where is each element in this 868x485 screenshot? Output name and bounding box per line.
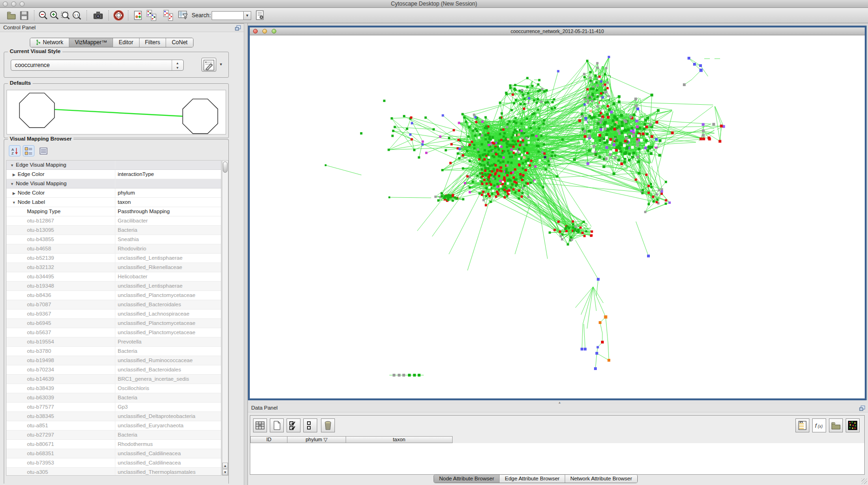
expand-tree-button[interactable] [23, 145, 34, 156]
vmb-row[interactable]: Mapping TypePassthrough Mapping [7, 207, 221, 216]
tab-edge-attribute-browser[interactable]: Edge Attribute Browser [499, 475, 565, 483]
vmb-row-value: unclassified_Planctomycetaceae [115, 319, 221, 328]
visual-style-select[interactable]: cooccurrence [11, 60, 184, 71]
table-mode-button[interactable] [795, 418, 809, 432]
snapshot-button[interactable] [91, 9, 105, 21]
vmb-scrollbar-thumb[interactable] [223, 162, 227, 173]
float-panel-icon[interactable] [235, 25, 241, 31]
vmb-row[interactable]: ▼Node Labeltaxon [7, 198, 221, 207]
save-session-button[interactable] [18, 9, 30, 21]
expand-icon[interactable]: ▶ [10, 189, 18, 197]
visual-style-spinner[interactable]: ▲▼ [172, 60, 183, 70]
vmb-row[interactable]: otu-b3780Bacteria [7, 347, 221, 356]
vmb-row-value: unclassified_Thermoplasmatales [115, 468, 221, 476]
tab-vizmapper[interactable]: VizMapper™ [69, 38, 113, 47]
zoom-selected-region-button[interactable] [60, 9, 72, 21]
column-header-id[interactable]: ID [250, 436, 287, 443]
vmb-row-value: unclassified_Planctomycetaceae [115, 291, 221, 300]
zoom-out-button[interactable] [37, 9, 49, 21]
vmb-row[interactable]: otu-b19348unclassified_Lentisphaerae [7, 282, 221, 291]
vmb-row[interactable]: otu-b77577Gp3 [7, 403, 221, 412]
vmb-row[interactable]: otu-b6945unclassified_Planctomycetaceae [7, 319, 221, 328]
zoom-actual-size-button[interactable]: 1:1 [71, 9, 83, 21]
network-canvas[interactable] [250, 35, 865, 398]
vmb-row[interactable]: otu-b5637unclassified_Planctomycetaceae [7, 328, 221, 337]
scroll-up-button[interactable]: ▲ [222, 463, 228, 469]
function-builder-button[interactable]: f(x) [812, 418, 826, 432]
float-panel-icon[interactable] [859, 405, 865, 411]
vmb-row[interactable]: ▼Node Visual Mapping [7, 179, 221, 189]
vmb-row[interactable]: otu-b19554Prevotella [7, 337, 221, 347]
vmb-row[interactable]: otu-b7087unclassified_Bacteroidales [7, 300, 221, 310]
vmb-row[interactable]: otu-b14639BRC1_genera_incertae_sedis [7, 375, 221, 384]
attribute-table-button[interactable] [253, 418, 267, 432]
vmb-row[interactable]: otu-b19498unclassified_Ruminococcaceae [7, 356, 221, 365]
filter-button[interactable] [177, 9, 189, 21]
style-options-icon [203, 59, 215, 71]
vmb-row[interactable]: ▼Edge Visual Mapping [7, 161, 221, 170]
search-dropdown-arrow[interactable]: ▼ [243, 11, 251, 20]
vmb-row[interactable]: otu-b32132unclassified_Rikenellaceae [7, 263, 221, 272]
vmb-row[interactable]: otu-b73953unclassified_Caldilineacea [7, 458, 221, 468]
vmb-row[interactable]: otu-b68351unclassified_Caldilineacea [7, 449, 221, 458]
tab-network-attribute-browser[interactable]: Network Attribute Browser [565, 475, 637, 483]
sort-az-button[interactable]: AZ [9, 145, 20, 156]
vmb-row[interactable]: otu-b9367unclassified_Lachnospiraceae [7, 310, 221, 319]
tab-conet[interactable]: CoNet [166, 38, 193, 47]
visual-style-options-button[interactable] [201, 58, 216, 72]
vmb-row[interactable]: otu-b38345unclassified_Deltaproteobacter… [7, 412, 221, 421]
network-window-titlebar[interactable]: cooccurrence_network_2012-05-21-11-410 [250, 27, 865, 35]
vmb-row-label: otu-b19498 [27, 357, 54, 363]
collapse-icon[interactable]: ▼ [8, 180, 16, 188]
unselect-attributes-button[interactable] [303, 418, 317, 432]
scroll-down-button[interactable]: ▼ [222, 469, 228, 475]
vmb-row[interactable]: otu-b63039Bacteria [7, 393, 221, 403]
collapse-icon[interactable]: ▼ [8, 161, 16, 169]
tab-editor[interactable]: Editor [113, 38, 139, 47]
vmb-row[interactable]: otu-b34495Helicobacter [7, 272, 221, 282]
select-attributes-button[interactable] [287, 418, 300, 432]
tab-node-attribute-browser[interactable]: Node Attribute Browser [434, 475, 499, 483]
delete-attribute-button[interactable] [321, 418, 335, 432]
column-header-taxon[interactable]: taxon [346, 436, 453, 443]
vmb-row[interactable]: otu-b8436unclassified_Planctomycetaceae [7, 291, 221, 300]
vmb-row[interactable]: otu-a851unclassified_Euryarchaeota [7, 421, 221, 431]
tab-network[interactable]: Network [30, 38, 69, 47]
zoom-in-button[interactable] [48, 9, 60, 21]
list-view-button[interactable] [38, 145, 49, 156]
vmb-scrollbar[interactable]: ▲ ▼ [222, 160, 228, 476]
search-input[interactable] [212, 11, 243, 20]
vmb-row[interactable]: otu-b38439Oscillochloris [7, 384, 221, 393]
vmb-row[interactable]: otu-b80671Rhodothermus [7, 440, 221, 449]
vmb-row[interactable]: otu-b70234unclassified_Bacteroidales [7, 365, 221, 375]
vmb-row[interactable]: otu-a305unclassified_Thermoplasmatales [7, 468, 221, 476]
expand-icon[interactable]: ▶ [10, 170, 18, 179]
style-options-arrow[interactable]: ▼ [219, 62, 223, 67]
tab-filters[interactable]: Filters [139, 38, 166, 47]
help-button[interactable] [113, 9, 125, 21]
vmb-row[interactable]: otu-b43855Sneathia [7, 235, 221, 244]
window-resize-grip[interactable] [861, 478, 867, 484]
heatmap-button[interactable] [846, 418, 860, 432]
vmb-row[interactable]: otu-b52139unclassified_Lentisphaerae [7, 254, 221, 263]
destroy-network-view-button[interactable] [161, 9, 175, 21]
vmb-row[interactable]: ▶Edge ColorinteractionType [7, 170, 221, 179]
collapse-icon[interactable]: ▼ [10, 198, 18, 207]
open-file-button[interactable] [6, 9, 18, 21]
defaults-preview[interactable] [7, 90, 226, 135]
vmb-row-value: unclassified_Lentisphaerae [115, 254, 221, 263]
attribute-table-body[interactable] [250, 443, 864, 474]
column-header-phylum[interactable]: phylum ▽ [287, 436, 346, 443]
vmb-row[interactable]: otu-b4658Rhodovibrio [7, 244, 221, 254]
new-attribute-button[interactable] [270, 418, 284, 432]
panel-splitter[interactable] [244, 23, 248, 485]
vmb-row[interactable]: otu-b13095Bacteria [7, 226, 221, 235]
vmb-row[interactable]: ▶Node Colorphylum [7, 189, 221, 198]
search-options-button[interactable] [254, 9, 266, 21]
horizontal-splitter[interactable]: ▲ [248, 400, 868, 404]
copy-network-view-button[interactable] [145, 9, 159, 21]
import-attributes-button[interactable] [829, 418, 843, 432]
vmb-row[interactable]: otu-b27297Bacteria [7, 431, 221, 440]
vmb-row[interactable]: otu-b12867Gracilibacter [7, 216, 221, 226]
visual-styles-button[interactable] [132, 9, 144, 21]
